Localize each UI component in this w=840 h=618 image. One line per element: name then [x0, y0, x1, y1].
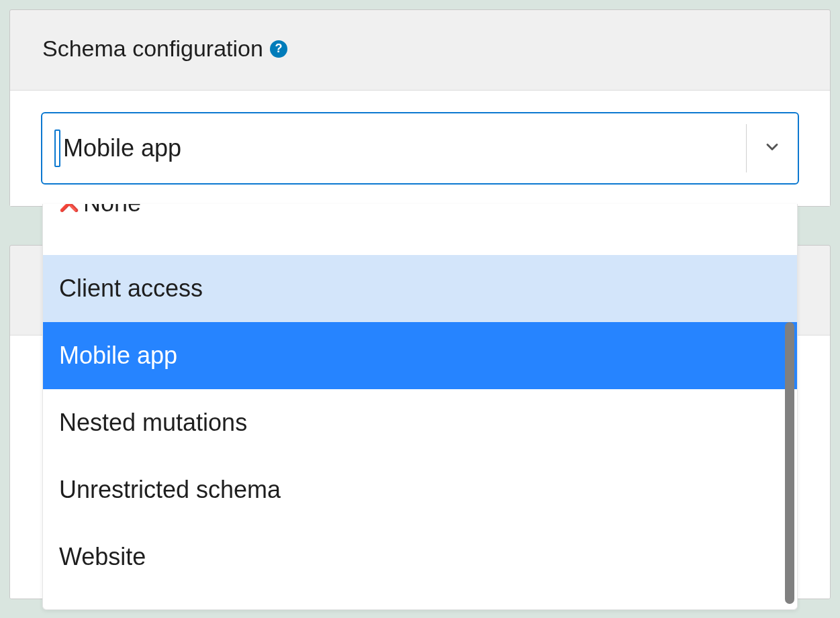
- dropdown-option-label: Client access: [59, 274, 203, 303]
- schema-dropdown-menu: ❌ None Client access Mobile app Nested m…: [42, 204, 798, 610]
- panel-title: Schema configuration: [42, 36, 263, 62]
- panel-body: Mobile app: [10, 90, 830, 206]
- dropdown-option-client-access[interactable]: Client access: [43, 255, 797, 322]
- dropdown-option-label: Unrestricted schema: [59, 476, 281, 504]
- panel-header: Schema configuration ?: [10, 10, 830, 90]
- select-separator: [746, 124, 747, 172]
- dropdown-option-website[interactable]: Website: [43, 523, 797, 590]
- schema-select-control[interactable]: Mobile app: [41, 112, 799, 185]
- dropdown-option-unrestricted-schema[interactable]: Unrestricted schema: [43, 456, 797, 523]
- dropdown-menu-inner: ❌ None Client access Mobile app Nested m…: [43, 204, 797, 609]
- dropdown-scrollbar[interactable]: [785, 322, 794, 604]
- chevron-down-icon[interactable]: [763, 138, 782, 159]
- dropdown-option-label: Nested mutations: [59, 409, 247, 437]
- dropdown-option-mobile-app[interactable]: Mobile app: [43, 322, 797, 389]
- dropdown-peek-label: None: [83, 204, 141, 217]
- dropdown-peek-content: ❌ None: [59, 204, 141, 217]
- dropdown-peek-row[interactable]: ❌ None: [43, 204, 797, 255]
- dropdown-option-label: Website: [59, 543, 146, 571]
- help-icon[interactable]: ?: [270, 40, 287, 58]
- schema-select-value: Mobile app: [63, 134, 738, 162]
- dropdown-option-label: Mobile app: [59, 342, 177, 370]
- dropdown-option-nested-mutations[interactable]: Nested mutations: [43, 389, 797, 456]
- diamond-icon: ❌: [59, 204, 79, 213]
- text-cursor-indicator: [54, 130, 60, 167]
- schema-configuration-panel: Schema configuration ? Mobile app: [9, 9, 831, 207]
